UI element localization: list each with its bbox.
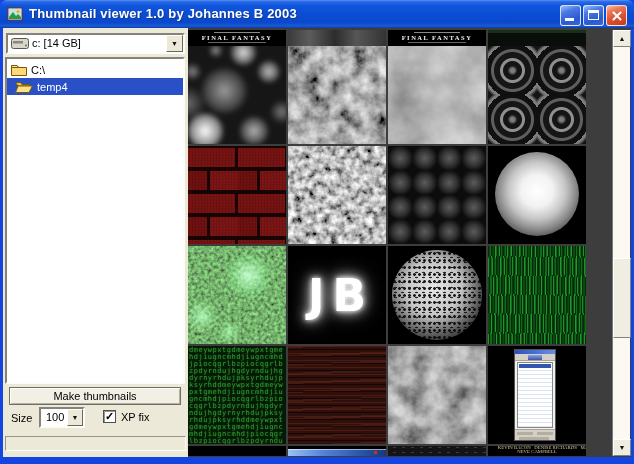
size-selector[interactable]: 100 ▼ bbox=[39, 407, 85, 428]
logo-rule bbox=[408, 42, 466, 43]
blurred-orbs-art bbox=[188, 46, 286, 144]
thumbnail-jb-logo[interactable]: JB bbox=[288, 246, 386, 344]
folder-item-c-root[interactable]: C:\ bbox=[7, 61, 183, 78]
status-strip bbox=[5, 436, 186, 451]
closed-folder-icon bbox=[11, 63, 27, 76]
thumbnail-dotted-sliver[interactable] bbox=[388, 446, 486, 456]
gray-clouds-art bbox=[388, 46, 486, 144]
thumbnail-red-bricks[interactable] bbox=[188, 146, 286, 244]
thumbnail-stone-chips[interactable] bbox=[288, 146, 386, 244]
xp-fix-label: XP fix bbox=[121, 411, 150, 423]
stone-chips-art bbox=[288, 146, 386, 244]
scroll-down-button[interactable]: ▼ bbox=[613, 439, 631, 456]
drive-dropdown-button[interactable]: ▼ bbox=[166, 35, 183, 52]
green-glow-overlay bbox=[188, 246, 286, 344]
thumbnail-dark-wood[interactable] bbox=[288, 346, 386, 444]
open-folder-icon bbox=[15, 80, 33, 93]
gray-mottle-art bbox=[388, 346, 486, 444]
thumbnail-white-sphere[interactable] bbox=[488, 146, 586, 244]
titlebar-sliver-art bbox=[288, 449, 386, 456]
folder-item-label: C:\ bbox=[31, 64, 45, 76]
titlebar[interactable]: Thumbnail viewer 1.0 by Johannes B 2003 bbox=[0, 0, 634, 28]
close-button[interactable] bbox=[606, 5, 627, 26]
maximize-button[interactable] bbox=[583, 5, 604, 26]
speckled-sphere-art bbox=[392, 250, 482, 340]
xp-fix-group: ✓ XP fix bbox=[103, 410, 150, 423]
scrollbar-thumb[interactable] bbox=[613, 258, 631, 338]
dotted-sliver-art bbox=[388, 446, 486, 456]
thumbnail-gray-mottle[interactable] bbox=[388, 346, 486, 444]
window-controls bbox=[560, 5, 627, 26]
final-fantasy-logo: FINAL FANTASY bbox=[188, 30, 286, 46]
minimize-button[interactable] bbox=[560, 5, 581, 26]
drive-icon bbox=[11, 38, 29, 49]
titlebar-sliver-close-dot bbox=[374, 451, 377, 454]
poster-window-screenshot bbox=[514, 349, 556, 441]
thumbnail-dark-sliver[interactable] bbox=[488, 30, 586, 46]
app-window: Thumbnail viewer 1.0 by Johannes B 2003 … bbox=[0, 0, 634, 464]
thumbnail-titlebar-sliver[interactable] bbox=[288, 446, 386, 456]
thumbnail-green-glow-noise[interactable] bbox=[188, 246, 286, 344]
maximize-icon bbox=[588, 10, 599, 20]
poster-window-toolbar bbox=[515, 354, 555, 361]
thumbnail-gray-clouds[interactable] bbox=[388, 46, 486, 144]
minimize-icon bbox=[565, 18, 574, 21]
poster-credits-text: KEVIN BACON DENISE RICHARDS MATT DILLONN… bbox=[498, 446, 576, 454]
poster-credits: KEVIN BACON DENISE RICHARDS MATT DILLONN… bbox=[488, 446, 586, 456]
thumbnail-rock-texture[interactable] bbox=[288, 46, 386, 144]
poster-window-buttons bbox=[515, 429, 555, 440]
make-thumbnails-button[interactable]: Make thumbnails bbox=[9, 387, 181, 405]
client-area: c: [14 GB] ▼ C:\ temp4 bbox=[3, 28, 631, 457]
drive-selector-value: c: [14 GB] bbox=[32, 36, 81, 51]
sidebar: c: [14 GB] ▼ C:\ temp4 bbox=[3, 28, 188, 457]
scroll-up-button[interactable]: ▲ bbox=[613, 30, 631, 47]
vertical-scrollbar[interactable]: ▲ ▼ bbox=[612, 30, 630, 456]
thumbnail-grass[interactable] bbox=[488, 246, 586, 344]
jb-text: JB bbox=[300, 270, 374, 321]
poster-credits-line2: NEVE CAMPBELL bbox=[517, 449, 557, 454]
xp-fix-checkbox[interactable]: ✓ bbox=[103, 410, 116, 423]
size-selector-value: 100 bbox=[46, 410, 64, 425]
thumbnail-final-fantasy-poster-bottom[interactable]: FINAL FANTASY bbox=[388, 30, 486, 46]
final-fantasy-text: FINAL FANTASY bbox=[388, 34, 486, 41]
final-fantasy-text: FINAL FANTASY bbox=[188, 34, 286, 41]
brick-noise-overlay bbox=[188, 146, 286, 244]
folder-item-label: temp4 bbox=[37, 81, 68, 93]
logo-rule bbox=[208, 42, 266, 43]
size-label: Size bbox=[11, 412, 32, 424]
thumbnail-matrix-letters[interactable]: dmeywpxtgdmeywpxtgmehdjiugncmhdjiugncmhd… bbox=[188, 346, 286, 444]
thumbnail-movie-poster[interactable] bbox=[488, 346, 586, 444]
app-icon bbox=[7, 6, 23, 22]
thumbnail-viewer: FINAL FANTASY FINAL FANTASY bbox=[188, 28, 631, 457]
white-sphere-art bbox=[495, 152, 579, 236]
thumbnail-blurred-orbs[interactable] bbox=[188, 46, 286, 144]
folder-item-temp4[interactable]: temp4 bbox=[7, 78, 183, 95]
poster-list-selection bbox=[519, 364, 551, 368]
rock-texture-art bbox=[288, 46, 386, 144]
thumbnail-speckled-sphere[interactable] bbox=[388, 246, 486, 344]
poster-window-list bbox=[517, 362, 553, 428]
thumbnail-rock-sliver[interactable] bbox=[288, 30, 386, 46]
final-fantasy-logo: FINAL FANTASY bbox=[388, 30, 486, 46]
logo-rule bbox=[214, 32, 260, 33]
logo-rule bbox=[414, 32, 460, 33]
poster-toolbar-chip bbox=[528, 355, 542, 360]
thumbnail-swirl-pattern[interactable] bbox=[488, 46, 586, 144]
size-dropdown-button[interactable]: ▼ bbox=[67, 409, 83, 426]
thumbnail-dark-tile-grid[interactable] bbox=[388, 146, 486, 244]
thumbnail-black-sliver[interactable] bbox=[188, 446, 286, 456]
folder-list: C:\ temp4 bbox=[5, 57, 185, 384]
thumbnail-final-fantasy-poster-bottom[interactable]: FINAL FANTASY bbox=[188, 30, 286, 46]
window-title: Thumbnail viewer 1.0 by Johannes B 2003 bbox=[29, 0, 297, 28]
drive-selector[interactable]: c: [14 GB] ▼ bbox=[6, 33, 185, 54]
